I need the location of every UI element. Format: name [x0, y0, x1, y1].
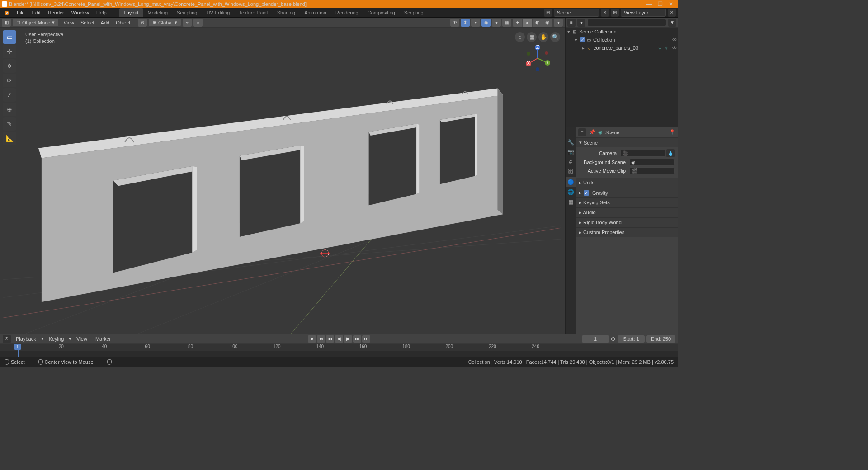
- outliner-object-row[interactable]: ▸ ▽ concrete_panels_03 ▽ ✧ 👁: [566, 44, 678, 52]
- timeline-marker-menu[interactable]: Marker: [92, 335, 114, 343]
- overlay-options-icon[interactable]: ▾: [492, 19, 501, 27]
- overlay-toggle-icon[interactable]: ◉: [481, 19, 491, 27]
- end-frame-input[interactable]: End: 250: [646, 335, 675, 343]
- scene-name-input[interactable]: Scene: [554, 9, 599, 17]
- shading-solid-icon[interactable]: ●: [523, 19, 533, 27]
- workspace-tab-scripting[interactable]: Scripting: [400, 8, 428, 17]
- outliner-collection[interactable]: ▾ ✓ ▭ Collection 👁: [566, 36, 678, 44]
- mode-dropdown[interactable]: ◻ Object Mode ▾: [13, 19, 58, 26]
- xray-icon[interactable]: ▦: [502, 19, 511, 27]
- snap-icon[interactable]: ⌖: [183, 19, 192, 27]
- viewlayer-new-button[interactable]: ✕: [668, 9, 676, 17]
- section-rigid-body-world[interactable]: ▸ Rigid Body World: [576, 218, 678, 227]
- tool-transform[interactable]: ⊕: [3, 103, 16, 116]
- properties-editor-icon[interactable]: ≡: [578, 128, 586, 136]
- axis-gizmo[interactable]: X Y Z: [524, 45, 551, 72]
- menu-help[interactable]: Help: [93, 9, 110, 17]
- keyframe-prev-icon[interactable]: ◂◂: [326, 335, 334, 343]
- viewport-menu-view[interactable]: View: [60, 19, 77, 26]
- gravity-checkbox-icon[interactable]: ✓: [584, 190, 589, 196]
- blender-logo-icon[interactable]: [2, 9, 10, 17]
- tool-measure[interactable]: 📐: [3, 132, 16, 145]
- section-keying-sets[interactable]: ▸ Keying Sets: [576, 198, 678, 207]
- pivot-icon[interactable]: ⊙: [138, 19, 147, 27]
- outliner-scene-collection[interactable]: ▾⊞ Scene Collection: [566, 28, 678, 36]
- editor-type-icon[interactable]: ◧: [2, 19, 11, 27]
- orientation-dropdown[interactable]: ⊕ Global ▾: [149, 19, 181, 26]
- menu-render[interactable]: Render: [44, 9, 68, 17]
- proportional-edit-icon[interactable]: ○: [193, 19, 203, 27]
- timeline-ruler[interactable]: 120406080100120140160180200220240 1: [0, 343, 678, 357]
- timeline-playback-menu[interactable]: Playback: [13, 335, 39, 343]
- tool-cursor[interactable]: ✛: [3, 45, 16, 58]
- workspace-tab-modeling[interactable]: Modeling: [143, 8, 173, 17]
- gizmo-options-icon[interactable]: ▾: [471, 19, 480, 27]
- minimize-button[interactable]: ―: [644, 1, 655, 7]
- collection-checkbox-icon[interactable]: ✓: [580, 37, 585, 42]
- playhead[interactable]: 1: [18, 344, 19, 357]
- workspace-tab-animation[interactable]: Animation: [300, 8, 331, 17]
- outliner-filter-icon[interactable]: ▼: [668, 19, 676, 27]
- nav-zoom-icon[interactable]: 🔍: [550, 32, 560, 42]
- menu-file[interactable]: File: [13, 9, 28, 17]
- tool-move[interactable]: ✥: [3, 59, 16, 73]
- section-custom-properties[interactable]: ▸ Custom Properties: [576, 228, 678, 237]
- prop-tab-viewlayer[interactable]: 🖼: [566, 167, 576, 177]
- workspace-tab-sculpting[interactable]: Sculpting: [172, 8, 202, 17]
- jump-end-icon[interactable]: ⏭: [362, 335, 370, 343]
- scene-new-button[interactable]: ✕: [601, 9, 609, 17]
- workspace-tab-rendering[interactable]: Rendering: [331, 8, 363, 17]
- range-icon[interactable]: ⏲: [611, 336, 616, 342]
- prop-tab-output[interactable]: 🖨: [566, 157, 576, 167]
- workspace-tab-compositing[interactable]: Compositing: [363, 8, 400, 17]
- pin-icon[interactable]: 📌: [589, 129, 595, 135]
- start-frame-input[interactable]: Start: 1: [618, 335, 645, 343]
- prop-tab-collection[interactable]: ▦: [566, 197, 576, 207]
- tool-scale[interactable]: ⤢: [3, 88, 16, 102]
- section-audio[interactable]: ▸ Audio: [576, 208, 678, 217]
- timeline-view-menu[interactable]: View: [73, 335, 90, 343]
- nav-grid-icon[interactable]: ▦: [527, 32, 537, 42]
- shading-wireframe-icon[interactable]: ⊞: [513, 19, 523, 27]
- visibility-eye-icon[interactable]: 👁: [671, 37, 678, 42]
- shading-options-icon[interactable]: ▾: [554, 19, 563, 27]
- close-button[interactable]: ✕: [665, 1, 676, 7]
- scene-browse-icon[interactable]: ⊞: [544, 9, 552, 17]
- visibility-eye-icon[interactable]: 👁: [671, 45, 678, 51]
- movieclip-field[interactable]: 🎬: [629, 167, 675, 174]
- pin-toggle-icon[interactable]: 📍: [669, 129, 675, 135]
- prop-tab-tool[interactable]: 🔧: [566, 137, 576, 147]
- outliner-search-input[interactable]: [587, 19, 666, 26]
- outliner[interactable]: ▾⊞ Scene Collection ▾ ✓ ▭ Collection 👁 ▸…: [566, 28, 678, 127]
- viewport-menu-add[interactable]: Add: [98, 19, 113, 26]
- nav-pan-icon[interactable]: ✋: [538, 32, 548, 42]
- play-icon[interactable]: ▶: [344, 335, 352, 343]
- prop-tab-render[interactable]: 📷: [566, 147, 576, 157]
- visibility-icon[interactable]: 👁: [450, 19, 459, 27]
- viewport-menu-object[interactable]: Object: [113, 19, 133, 26]
- workspace-add-button[interactable]: +: [428, 8, 440, 17]
- maximize-button[interactable]: ❐: [655, 1, 665, 7]
- menu-window[interactable]: Window: [68, 9, 93, 17]
- section-units[interactable]: ▸ Units: [576, 178, 678, 188]
- shading-rendered-icon[interactable]: ◉: [542, 19, 552, 27]
- timeline-editor-icon[interactable]: ⏱: [3, 335, 11, 343]
- prop-tab-world[interactable]: 🌐: [566, 187, 576, 197]
- outliner-editor-icon[interactable]: ≡: [567, 19, 576, 27]
- viewlayer-browse-icon[interactable]: ⊞: [611, 9, 619, 17]
- viewport-3d[interactable]: User Perspective (1) Collection ▭ ✛ ✥ ⟳ …: [0, 28, 565, 334]
- viewport-menu-select[interactable]: Select: [77, 19, 98, 26]
- nav-camera-icon[interactable]: ⌂: [515, 32, 525, 42]
- keyframe-next-icon[interactable]: ▸▸: [353, 335, 361, 343]
- tool-annotate[interactable]: ✎: [3, 117, 16, 131]
- autokey-icon[interactable]: ●: [308, 335, 316, 343]
- camera-field[interactable]: 🎥: [620, 150, 665, 157]
- jump-start-icon[interactable]: ⏮: [317, 335, 325, 343]
- tool-select-box[interactable]: ▭: [3, 30, 16, 44]
- section-gravity[interactable]: ▸ ✓Gravity: [576, 188, 678, 197]
- gizmo-toggle-icon[interactable]: ⬍: [461, 19, 470, 27]
- prop-tab-scene[interactable]: 🔵: [566, 177, 576, 187]
- viewlayer-name-input[interactable]: View Layer: [621, 9, 666, 17]
- shading-material-icon[interactable]: ◐: [533, 19, 542, 27]
- play-reverse-icon[interactable]: ◀: [335, 335, 343, 343]
